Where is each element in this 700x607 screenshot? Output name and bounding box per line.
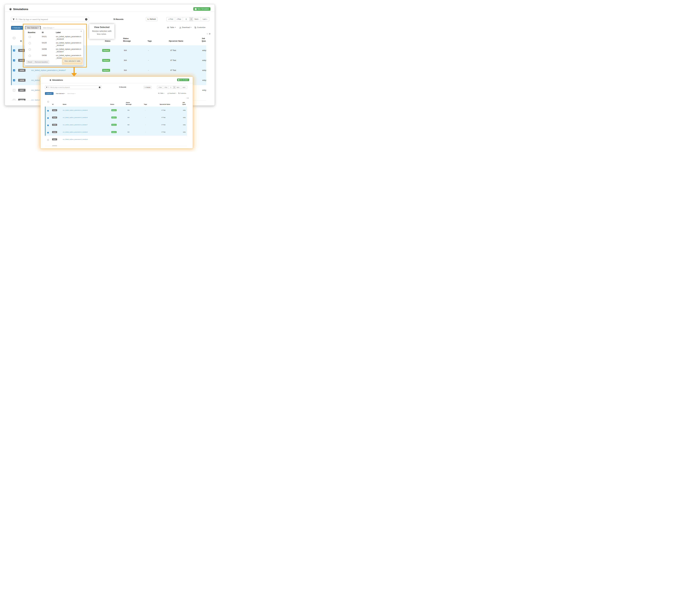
table-row[interactable]: 54099 occ_belted_replace_parameters.k_It… — [45, 121, 187, 128]
simulation-name-link[interactable]: occ_belted_replace_parameters.k_Iteratio… — [63, 124, 88, 125]
close-icon[interactable]: × — [81, 30, 82, 33]
download-dropdown[interactable]: Download ▾ — [167, 92, 176, 94]
row-id-badge: 54098 — [52, 131, 57, 133]
chevron-left-icon[interactable]: < — [186, 97, 187, 99]
view-groups-dropdown[interactable]: View Groups ▾ — [41, 26, 56, 30]
filter-input[interactable] — [50, 87, 98, 88]
chevron-right-icon[interactable]: > — [188, 97, 188, 99]
column-header-status-message[interactable]: Status Message — [123, 37, 132, 42]
pagination-last[interactable]: Last » — [201, 17, 209, 21]
customize-button[interactable]: Customize — [178, 92, 186, 94]
header-divider — [5, 12, 215, 12]
pagination-prev[interactable]: ‹ Prev — [175, 17, 183, 21]
popup-item-label: occ_belted_replace_parameters.k_Iteratio… — [56, 35, 81, 40]
simulation-name-link[interactable]: occ_belted_replace_parameters.k_Iteratio… — [63, 109, 88, 111]
status-message: N/A — [124, 59, 127, 61]
pagination-current-page[interactable]: 1 — [183, 17, 190, 21]
column-header-status-message[interactable]: Status Message — [126, 102, 132, 105]
view-groups-dropdown[interactable]: View Groups ▾ — [67, 92, 76, 95]
column-header-status[interactable]: Status — [110, 104, 114, 105]
row-checkbox[interactable] — [47, 117, 49, 119]
row-checkbox[interactable] — [13, 59, 15, 61]
selected-count-dropdown[interactable]: 4 Selected ▾ — [45, 92, 54, 95]
table-row[interactable]: 54097 occ_belted_replace_parameters.k_It… — [45, 136, 187, 143]
tags: - — [148, 49, 149, 51]
table-row[interactable]: 54099 occ_belted_replace_parameters.k_It… — [11, 65, 206, 75]
column-header-hpcserver-name[interactable]: Hpcserver Name — [160, 104, 170, 105]
table-row[interactable]: 54101 occ_belted_replace_parameters.k_It… — [45, 107, 187, 114]
help-icon[interactable]: ? — [85, 18, 87, 20]
row-checkbox[interactable] — [13, 89, 15, 91]
selected-count-dropdown[interactable]: 4 Selected ▾ — [11, 26, 23, 30]
view-selected-dropdown[interactable]: View Selected ▾ — [55, 92, 65, 95]
customize-button[interactable]: Customize — [194, 26, 205, 28]
filter-input[interactable] — [19, 18, 84, 20]
simulation-name-link[interactable]: occ_belted_replace_parameters.k_Iteratio… — [63, 131, 88, 133]
baseline-radio[interactable] — [29, 42, 31, 44]
job-queue: entry — [202, 69, 206, 71]
row-checkbox[interactable] — [47, 132, 49, 133]
chevron-left-icon[interactable]: < — [207, 33, 208, 35]
pagination-current-page[interactable]: 1 — [169, 86, 173, 89]
table-view-dropdown[interactable]: Table ▾ — [167, 26, 176, 28]
column-header-hpcserver-name[interactable]: Hpcserver Name — [169, 40, 183, 42]
refresh-button[interactable]: ↻ Refresh — [144, 86, 151, 89]
baseline-radio[interactable] — [29, 55, 31, 57]
column-header-status[interactable]: Status — [105, 40, 110, 42]
new-simulation-button[interactable]: + New Simulation — [177, 79, 189, 81]
download-dropdown[interactable]: Download ▾ — [179, 26, 191, 28]
popup-item-id: 54101 — [42, 36, 47, 38]
table-row[interactable]: 54098 occ_belted_replace_parameters.k_It… — [45, 128, 187, 136]
pagination-last[interactable]: Last » — [181, 86, 187, 89]
row-checkbox[interactable] — [47, 110, 49, 111]
select-all-checkbox[interactable] — [13, 37, 15, 39]
pagination-next[interactable]: Next › — [193, 17, 201, 21]
sliders-icon — [178, 92, 179, 94]
view-selected-in-table-button[interactable]: View selected in table — [63, 59, 82, 63]
eye-icon — [167, 27, 169, 28]
row-checkbox[interactable] — [47, 139, 49, 141]
reset-button[interactable]: Reset — [26, 60, 34, 64]
refresh-icon: ↻ — [147, 18, 149, 20]
help-icon[interactable]: ? — [99, 87, 100, 88]
table-view-dropdown[interactable]: Table ▾ — [158, 92, 164, 94]
caret-down-icon: ▾ — [21, 27, 22, 28]
pagination-first[interactable]: « First — [157, 86, 163, 89]
row-id-badge: 54100 — [52, 117, 57, 119]
column-header-job-queue[interactable]: Job Queue — [183, 102, 186, 106]
table-row[interactable]: 54100 occ_belted_replace_parameters.k_It… — [45, 114, 187, 121]
simulation-name-link[interactable]: occ_belted_replace_parameters.k_Iteratio… — [31, 69, 66, 71]
chevron-right-icon[interactable]: > — [209, 33, 210, 35]
row-checkbox[interactable] — [13, 79, 15, 81]
status-badge: finished — [111, 117, 116, 119]
column-header-id[interactable]: Id — [52, 104, 54, 105]
simulations-icon — [9, 8, 12, 11]
baseline-radio[interactable] — [29, 36, 31, 38]
job-queue: entry — [183, 109, 187, 111]
popup-item-id: 54098 — [42, 55, 47, 57]
caret-down-icon: ▾ — [191, 27, 191, 28]
select-all-checkbox[interactable] — [47, 101, 49, 102]
eye-icon — [158, 93, 160, 94]
column-header-job-queue[interactable]: Job Queue — [202, 37, 206, 43]
pagination-prev[interactable]: ‹ Prev — [163, 86, 169, 89]
hpcserver-name: V7 Test — [170, 69, 176, 71]
pagination-next[interactable]: Next › — [175, 86, 181, 89]
simulation-name-link[interactable]: occ_belted_replace_parameters.k_Iteratio… — [63, 139, 88, 140]
remove-baseline-button[interactable]: Remove baseline — [33, 60, 49, 64]
pagination-first[interactable]: « First — [167, 17, 175, 21]
view-selected-dropdown[interactable]: View Selected ▾ — [25, 26, 41, 30]
refresh-button[interactable]: ↻ Refresh — [146, 17, 157, 21]
baseline-radio[interactable] — [29, 48, 31, 50]
row-checkbox[interactable] — [13, 69, 15, 71]
row-checkbox[interactable] — [13, 49, 15, 51]
column-header-id[interactable]: Id — [20, 40, 22, 42]
row-checkbox[interactable] — [13, 99, 15, 101]
table-row[interactable]: 54096 occ_belted_replace_parameters.k_It… — [45, 143, 187, 146]
column-header-tags[interactable]: Tags — [148, 40, 152, 42]
column-header-tags[interactable]: Tags — [144, 104, 147, 105]
column-header-name[interactable]: Name — [63, 104, 66, 105]
new-simulation-button[interactable]: + New Simulation — [193, 7, 210, 11]
simulation-name-link[interactable]: occ_belted_replace_parameters.k_Iteratio… — [63, 117, 88, 118]
row-checkbox[interactable] — [47, 125, 49, 126]
